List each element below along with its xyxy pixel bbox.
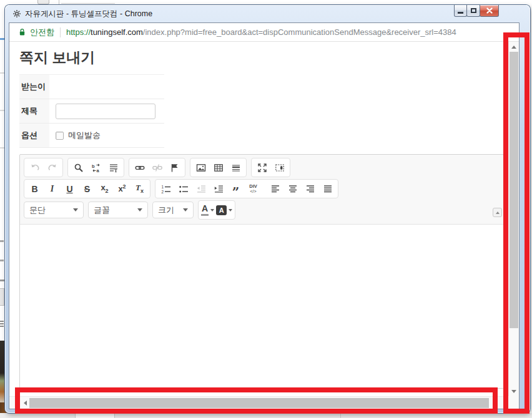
toolbar-row-2: B I U S x2 x2 Tx: [24, 179, 500, 198]
web-page: 쪽지 보내기 받는이 제목 옵션 메일발송: [9, 42, 508, 396]
maximize-editor-button[interactable]: [254, 160, 270, 175]
bold-button[interactable]: B: [26, 181, 43, 197]
subject-label: 제목: [19, 99, 49, 123]
show-blocks-button[interactable]: [271, 160, 288, 175]
indent-icon: [214, 184, 224, 194]
browser-client-area: 안전함 https://tuningself.com/index.php?mid…: [9, 22, 520, 409]
blockquote-button[interactable]: ”: [227, 181, 244, 197]
replace-icon: [91, 163, 101, 173]
options-label: 옵션: [19, 124, 49, 147]
align-left-icon: [270, 184, 280, 194]
font-family-label: 글꼴: [94, 205, 110, 216]
underline-icon: U: [66, 184, 72, 194]
window-title: 자유게시판 - 튜닝셀프닷컴 - Chrome: [25, 9, 152, 19]
form-row-subject: 제목: [19, 99, 164, 124]
show-blocks-icon: [275, 163, 285, 173]
toolbar-group-colors: A A: [198, 200, 235, 220]
unlink-button[interactable]: [149, 160, 165, 175]
maximize-button[interactable]: [466, 5, 480, 17]
form-row-options: 옵션 메일발송: [19, 124, 164, 148]
select-all-button[interactable]: [105, 160, 122, 175]
numbered-list-button[interactable]: [157, 181, 174, 197]
toolbar-group-tools: [251, 158, 290, 177]
find-button[interactable]: [70, 160, 87, 175]
lock-icon: [18, 28, 26, 36]
remove-format-button[interactable]: Tx: [131, 181, 148, 197]
image-icon: [196, 163, 206, 173]
anchor-button[interactable]: [166, 160, 183, 175]
background-page-fragment: [59, 0, 59, 4]
toolbar-row-1: [24, 158, 500, 177]
horizontal-rule-icon: [231, 163, 241, 173]
window-titlebar[interactable]: 자유게시판 - 튜닝셀프닷컴 - Chrome: [5, 5, 530, 22]
insert-image-button[interactable]: [192, 160, 209, 175]
justify-button[interactable]: [319, 181, 336, 197]
indent-button[interactable]: [210, 181, 227, 197]
chevron-down-icon: [229, 209, 232, 213]
strikethrough-icon: S: [84, 184, 90, 194]
underline-button[interactable]: U: [61, 181, 78, 197]
page-url[interactable]: https://tuningself.com/index.php?mid=fre…: [66, 27, 456, 37]
align-left-button[interactable]: [267, 181, 283, 197]
mail-send-checkbox[interactable]: [56, 132, 64, 140]
minimize-button[interactable]: [454, 5, 467, 17]
blockquote-icon: ”: [232, 190, 240, 195]
italic-icon: I: [51, 184, 54, 193]
url-bar[interactable]: 안전함 https://tuningself.com/index.php?mid…: [9, 23, 519, 42]
strikethrough-button[interactable]: S: [79, 181, 96, 197]
font-size-label: 크기: [158, 205, 174, 216]
paragraph-format-dropdown[interactable]: 문단: [24, 202, 84, 218]
subscript-button[interactable]: x2: [96, 181, 113, 197]
italic-button[interactable]: I: [44, 181, 61, 197]
toolbar-group-history: [24, 158, 63, 177]
replace-button[interactable]: [87, 160, 104, 175]
text-color-button[interactable]: A: [201, 204, 214, 215]
background-page-fragment: [37, 0, 49, 4]
window-caption-buttons: [455, 5, 499, 17]
background-page-fragment: [340, 413, 341, 418]
superscript-button[interactable]: x2: [114, 181, 131, 197]
align-center-button[interactable]: [284, 181, 301, 197]
bulleted-list-button[interactable]: [175, 181, 192, 197]
chevron-down-icon: [73, 208, 78, 214]
url-domain: tuningself.com: [91, 27, 143, 37]
search-icon: [74, 163, 84, 173]
url-scheme: https://: [66, 27, 91, 37]
url-divider: [60, 27, 61, 37]
toolbar-group-link: [129, 158, 185, 177]
toolbar-group-paragraph: ” DIV</>: [155, 179, 338, 198]
align-right-button[interactable]: [302, 181, 318, 197]
browser-window: 자유게시판 - 튜닝셀프닷컴 - Chrome 안전함 https://tuni…: [5, 5, 530, 413]
background-color-button[interactable]: A: [216, 205, 232, 215]
recipient-value: [49, 75, 164, 99]
div-container-icon: DIV</>: [249, 184, 257, 194]
outdent-icon: [196, 184, 206, 194]
bold-icon: B: [31, 185, 37, 193]
div-container-button[interactable]: DIV</>: [245, 181, 262, 197]
background-page-fragment: [0, 147, 5, 148]
font-family-dropdown[interactable]: 글꼴: [88, 202, 148, 218]
editor-content[interactable]: [20, 224, 503, 388]
flag-icon: [170, 163, 180, 173]
background-page-fragment: [0, 279, 4, 281]
undo-button[interactable]: [26, 160, 43, 175]
superscript-icon: x2: [118, 184, 126, 193]
outdent-button[interactable]: [192, 181, 209, 197]
toolbar-collapse-button[interactable]: [493, 208, 502, 217]
subject-input[interactable]: [56, 104, 155, 119]
link-button[interactable]: [131, 160, 148, 175]
background-page-fragment: [0, 288, 4, 306]
editor-toolbar: B I U S x2 x2 Tx: [20, 155, 503, 223]
font-size-dropdown[interactable]: 크기: [152, 202, 194, 218]
insert-table-button[interactable]: [210, 160, 227, 175]
rich-text-editor: B I U S x2 x2 Tx: [19, 154, 504, 389]
highlight-box-horizontal-scrollbar: [15, 387, 498, 414]
mail-send-label: 메일발송: [68, 130, 101, 141]
redo-button[interactable]: [44, 160, 61, 175]
toolbar-row-3: 문단 글꼴 크기 A: [24, 200, 500, 220]
horizontal-rule-button[interactable]: [227, 160, 244, 175]
close-button[interactable]: [480, 5, 499, 17]
maximize-editor-icon: [257, 163, 267, 173]
align-right-icon: [305, 184, 315, 194]
undo-icon: [30, 163, 40, 173]
